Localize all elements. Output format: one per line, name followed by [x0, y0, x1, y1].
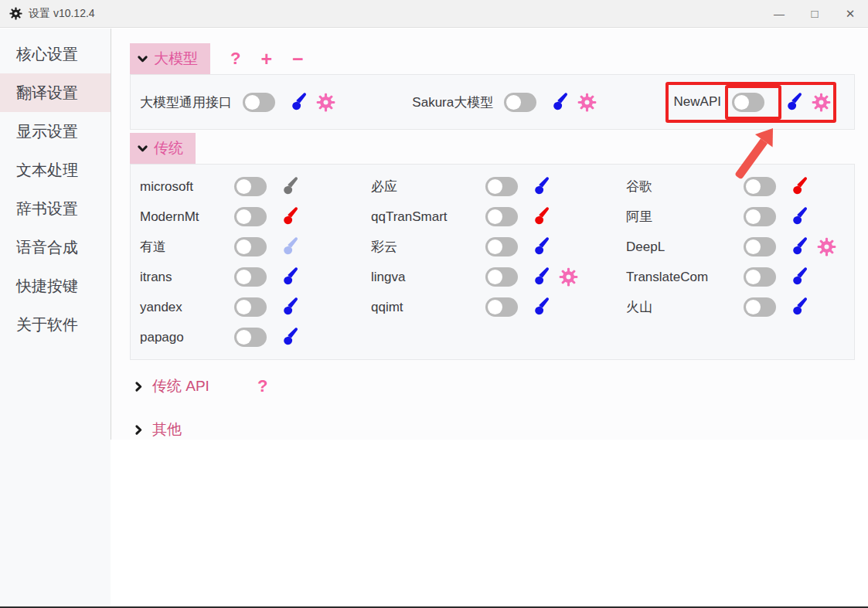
traditional-section-header[interactable]: 传统 — [130, 133, 196, 164]
traditional-api-section-title: 传统 API — [152, 376, 209, 396]
gear-icon[interactable] — [316, 93, 335, 112]
service-row-qqtransmart: qqTranSmart — [371, 202, 626, 232]
traditional-section-body: microsoft ModernMt 有道 itrans yandex — [130, 164, 855, 360]
service-toggle[interactable] — [732, 93, 764, 112]
service-toggle[interactable] — [485, 207, 518, 226]
brush-icon[interactable] — [277, 206, 298, 227]
service-toggle[interactable] — [485, 237, 518, 256]
service-toggle[interactable] — [234, 267, 267, 287]
gear-icon[interactable] — [577, 93, 597, 112]
llm-section-body: 大模型通用接口 Sakura大模型 NewAPI — [130, 74, 855, 130]
brush-icon[interactable] — [277, 176, 298, 197]
translation-settings-panel: 大模型 ? + − 大模型通用接口 Sakura大模型 NewAPI — [111, 29, 868, 440]
brush-icon[interactable] — [277, 327, 298, 348]
service-label: lingva — [371, 270, 485, 285]
gear-icon[interactable] — [817, 237, 836, 256]
brush-icon[interactable] — [277, 297, 298, 318]
gear-icon[interactable] — [812, 93, 831, 112]
brush-icon[interactable] — [529, 206, 550, 227]
service-label: yandex — [140, 300, 234, 315]
other-section-header[interactable]: 其他 — [133, 419, 868, 440]
chevron-right-icon — [133, 424, 145, 436]
service-label: microsoft — [140, 179, 234, 195]
brush-icon[interactable] — [277, 267, 298, 287]
service-row-youdao: 有道 — [140, 232, 371, 262]
brush-icon[interactable] — [787, 297, 808, 318]
sidebar-item-text-processing[interactable]: 文本处理 — [0, 151, 111, 189]
service-toggle[interactable] — [485, 177, 518, 196]
service-toggle[interactable] — [744, 207, 776, 226]
service-label: 火山 — [626, 298, 744, 316]
service-toggle[interactable] — [234, 207, 267, 226]
brush-icon[interactable] — [547, 92, 568, 113]
service-toggle[interactable] — [234, 328, 267, 347]
brush-icon[interactable] — [529, 297, 550, 318]
service-toggle[interactable] — [744, 297, 776, 317]
service-row-caiyun: 彩云 — [371, 232, 626, 262]
llm-remove-button[interactable]: − — [292, 49, 304, 69]
window-title: 设置 v10.12.4 — [29, 7, 95, 21]
llm-add-button[interactable]: + — [260, 49, 272, 69]
brush-icon[interactable] — [277, 236, 298, 257]
service-toggle[interactable] — [744, 237, 776, 256]
service-row-google: 谷歌 — [626, 172, 850, 202]
service-label: Sakura大模型 — [412, 93, 493, 111]
brush-icon[interactable] — [787, 206, 808, 227]
service-toggle[interactable] — [485, 297, 518, 317]
service-label: qqTranSmart — [371, 209, 485, 225]
brush-icon[interactable] — [787, 267, 808, 287]
service-row-qqimt: qqimt — [371, 292, 626, 322]
service-label: 彩云 — [371, 238, 485, 256]
brush-icon[interactable] — [529, 176, 550, 197]
chevron-down-icon — [137, 143, 148, 155]
minimize-button[interactable]: — — [761, 0, 797, 28]
title-bar: 设置 v10.12.4 — □ ✕ — [0, 0, 868, 28]
maximize-button[interactable]: □ — [797, 0, 832, 28]
service-toggle[interactable] — [744, 177, 776, 196]
llm-section-header[interactable]: 大模型 — [130, 43, 210, 74]
llm-section-title: 大模型 — [154, 49, 198, 69]
service-toggle[interactable] — [234, 297, 267, 317]
service-row-modernmt: ModernMt — [140, 202, 371, 232]
close-button[interactable]: ✕ — [832, 0, 868, 28]
llm-help-button[interactable]: ? — [230, 50, 240, 67]
service-label: 必应 — [371, 178, 485, 195]
sidebar-item-speech-synthesis[interactable]: 语音合成 — [0, 228, 111, 267]
service-toggle[interactable] — [504, 93, 536, 112]
brush-icon[interactable] — [529, 267, 550, 287]
sidebar-item-shortcut-keys[interactable]: 快捷按键 — [0, 267, 111, 305]
traditional-section-header-row: 传统 — [130, 133, 868, 164]
service-row-newapi: NewAPI — [674, 92, 831, 113]
traditional-api-help-button[interactable]: ? — [257, 378, 267, 395]
service-label: 阿里 — [626, 208, 744, 226]
service-label: TranslateCom — [626, 270, 744, 285]
service-toggle[interactable] — [485, 267, 518, 287]
service-label: ModernMt — [140, 209, 234, 225]
sidebar-item-dictionary-settings[interactable]: 辞书设置 — [0, 189, 111, 228]
brush-icon[interactable] — [787, 236, 808, 257]
service-toggle[interactable] — [243, 93, 275, 112]
brush-icon[interactable] — [286, 92, 307, 113]
sidebar-item-translation-settings[interactable]: 翻译设置 — [0, 73, 111, 112]
service-column-1: microsoft ModernMt 有道 itrans yandex — [140, 172, 371, 352]
service-toggle[interactable] — [234, 177, 267, 196]
service-label: 有道 — [140, 238, 234, 256]
service-row-bing: 必应 — [371, 172, 626, 202]
brush-icon[interactable] — [787, 176, 808, 197]
service-toggle[interactable] — [234, 237, 267, 256]
service-row-sakura: Sakura大模型 — [412, 92, 597, 113]
service-label: qqimt — [371, 300, 485, 315]
chevron-down-icon — [137, 53, 148, 65]
service-column-2: 必应 qqTranSmart 彩云 lingva qqimt — [371, 172, 626, 352]
gear-icon[interactable] — [559, 267, 578, 287]
service-toggle[interactable] — [744, 267, 776, 287]
service-row-yandex: yandex — [140, 292, 371, 322]
service-row-huoshan: 火山 — [626, 292, 850, 322]
sidebar-item-display-settings[interactable]: 显示设置 — [0, 112, 111, 151]
sidebar-item-about[interactable]: 关于软件 — [0, 305, 111, 344]
brush-icon[interactable] — [529, 236, 550, 257]
traditional-api-section-header[interactable]: 传统 API ? — [133, 376, 868, 396]
service-row-papago: papago — [140, 322, 371, 352]
sidebar-item-core-settings[interactable]: 核心设置 — [0, 35, 111, 73]
brush-icon[interactable] — [781, 92, 802, 113]
